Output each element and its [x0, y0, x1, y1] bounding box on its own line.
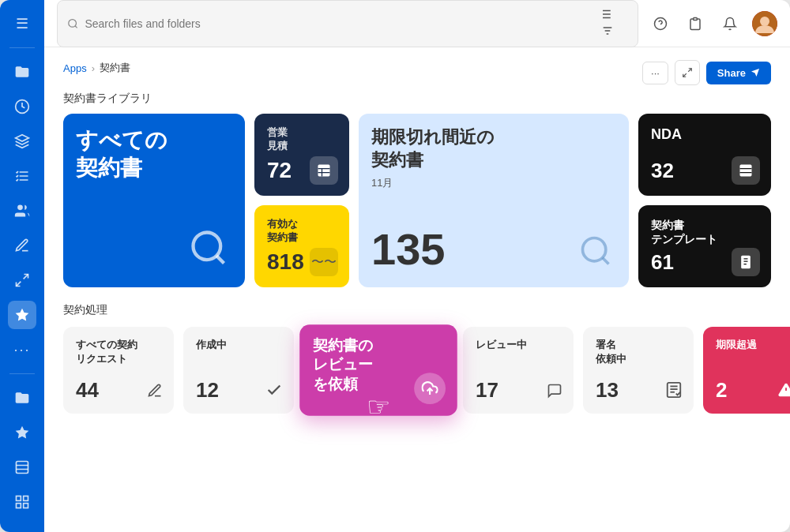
breadcrumb: Apps › 契約書	[63, 61, 130, 75]
breadcrumb-parent[interactable]: Apps	[63, 62, 87, 74]
in-review-icon	[547, 383, 562, 403]
svg-rect-12	[17, 496, 21, 501]
expiring-search-icon	[578, 234, 613, 268]
card-template[interactable]: 契約書テンプレート 61	[638, 205, 771, 287]
drafting-icon	[265, 381, 283, 403]
sidebar: ☰ ···	[0, 0, 44, 532]
search-input[interactable]	[85, 17, 591, 30]
svg-line-38	[603, 258, 609, 264]
cursor-hand: ☞	[367, 391, 390, 422]
svg-line-17	[75, 25, 77, 28]
svg-rect-33	[318, 165, 330, 177]
all-requests-icon	[147, 383, 163, 403]
template-title: 契約書テンプレート	[651, 218, 758, 246]
template-icon	[732, 248, 760, 276]
process-card-drafting[interactable]: 作成中 12	[183, 327, 294, 414]
svg-line-29	[688, 69, 691, 72]
active-title: 有効な契約書	[267, 218, 337, 245]
header	[44, 0, 790, 47]
sidebar-menu-icon[interactable]: ☰	[8, 9, 36, 38]
sidebar-folder2-icon[interactable]	[8, 384, 36, 412]
svg-rect-39	[740, 165, 752, 177]
process-card-all-requests[interactable]: すべての契約リクエスト 44	[63, 327, 174, 414]
nda-title: NDA	[651, 126, 758, 143]
sidebar-grid-icon[interactable]	[8, 488, 36, 516]
svg-point-5	[17, 205, 23, 211]
sidebar-active-icon[interactable]	[8, 301, 36, 329]
svg-rect-15	[17, 504, 21, 508]
overdue-title: 期限超過	[716, 338, 790, 352]
share-button[interactable]: Share	[706, 62, 771, 84]
library-title: 契約書ライブラリ	[63, 92, 771, 106]
sidebar-divider-1	[9, 47, 35, 48]
in-review-title: レビュー中	[476, 338, 561, 352]
expiring-title: 期限切れ間近の契約書	[371, 126, 616, 171]
card-expiring[interactable]: 期限切れ間近の契約書 11月 135	[359, 114, 629, 287]
svg-point-31	[194, 233, 221, 260]
sidebar-recent-icon[interactable]	[8, 92, 36, 121]
process-title: 契約処理	[63, 303, 771, 317]
sidebar-star-icon[interactable]	[8, 418, 36, 447]
main-content: Apps › 契約書 ··· Share 契約書ライブラリ	[44, 0, 790, 532]
sidebar-integrations-icon[interactable]	[8, 266, 36, 294]
card-sales[interactable]: 営業見積 72	[254, 114, 349, 196]
review-upload-icon	[422, 380, 438, 397]
svg-point-16	[69, 19, 77, 27]
app-window: ☰ ···	[0, 0, 790, 532]
sidebar-people-icon[interactable]	[8, 197, 36, 225]
svg-rect-42	[741, 256, 750, 269]
search-bar[interactable]	[57, 0, 638, 47]
sidebar-signature-icon[interactable]	[8, 231, 36, 260]
breadcrumb-current: 契約書	[100, 61, 130, 75]
process-card-review[interactable]: 契約書のレビューを依頼 ☞	[299, 324, 457, 416]
card-nda[interactable]: NDA 32	[638, 114, 771, 196]
sidebar-stack-icon[interactable]	[8, 453, 36, 481]
svg-marker-1	[16, 135, 29, 141]
expiring-subtitle: 11月	[371, 176, 616, 190]
toolbar-buttons: ··· Share	[642, 60, 771, 85]
sidebar-more-icon[interactable]: ···	[8, 335, 36, 364]
process-card-signature[interactable]: 署名依頼中 13	[583, 327, 694, 414]
search-icon	[67, 17, 78, 30]
active-icon: 〜〜	[310, 248, 338, 276]
avatar[interactable]	[752, 11, 777, 36]
svg-rect-26	[694, 17, 698, 20]
svg-line-7	[17, 282, 21, 287]
card-all-contracts[interactable]: すべての契約書	[63, 114, 245, 287]
svg-rect-9	[17, 462, 28, 474]
svg-line-32	[216, 256, 224, 263]
sales-icon	[310, 156, 338, 185]
process-card-overdue[interactable]: 期限超過 2	[703, 327, 790, 414]
process-card-in-review[interactable]: レビュー中 17	[463, 327, 574, 414]
all-contracts-title: すべての契約書	[76, 126, 232, 182]
signature-icon	[665, 381, 683, 403]
svg-marker-8	[16, 426, 29, 439]
all-requests-title: すべての契約リクエスト	[76, 338, 161, 366]
nda-icon	[732, 156, 760, 185]
all-contracts-search-icon	[188, 227, 229, 268]
card-active[interactable]: 有効な契約書 818 〜〜	[254, 205, 349, 287]
svg-line-30	[683, 73, 687, 77]
sidebar-layers-icon[interactable]	[8, 127, 36, 155]
svg-point-28	[760, 17, 769, 26]
clipboard-button[interactable]	[683, 11, 708, 36]
signature-title: 署名依頼中	[596, 338, 681, 366]
drafting-title: 作成中	[196, 338, 281, 352]
svg-rect-13	[24, 496, 28, 501]
help-button[interactable]	[648, 11, 673, 36]
sales-title: 営業見積	[267, 126, 337, 153]
content: Apps › 契約書 ··· Share 契約書ライブラリ	[44, 47, 790, 532]
sidebar-tasks-icon[interactable]	[8, 162, 36, 190]
expand-button[interactable]	[675, 60, 700, 85]
filter-icon[interactable]	[598, 7, 628, 40]
overdue-icon	[777, 381, 790, 403]
header-actions	[648, 11, 777, 36]
svg-rect-14	[24, 504, 28, 508]
bell-button[interactable]	[717, 11, 743, 36]
sidebar-folder-icon[interactable]	[8, 58, 36, 86]
breadcrumb-separator: ›	[92, 62, 95, 74]
sidebar-divider-2	[9, 373, 35, 374]
more-button[interactable]: ···	[642, 62, 668, 84]
svg-line-6	[24, 275, 28, 279]
svg-point-37	[583, 238, 606, 261]
